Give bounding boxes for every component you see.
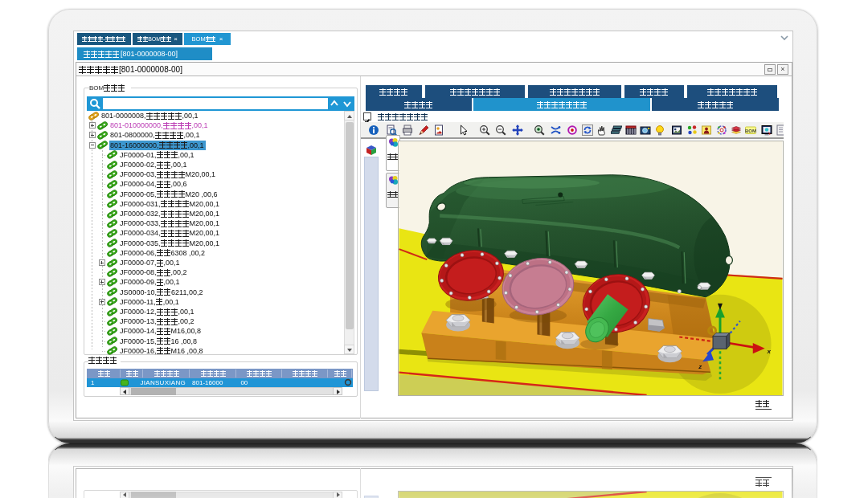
svg-text:BOM: BOM — [745, 129, 756, 133]
svg-text:z: z — [698, 363, 702, 370]
svg-text:x: x — [767, 348, 772, 355]
